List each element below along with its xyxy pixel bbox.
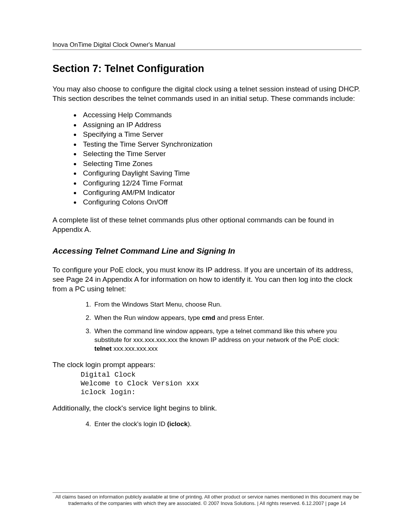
step: Enter the clock's login ID (iclock). <box>93 420 362 429</box>
list-item: Configuring Daylight Saving Time <box>81 168 362 178</box>
list-item: Testing the Time Server Synchronization <box>81 139 362 149</box>
list-item: Configuring 12/24 Time Format <box>81 178 362 188</box>
footer-line2: trademarks of the companies with which t… <box>68 500 346 506</box>
step: When the command line window appears, ty… <box>93 327 362 353</box>
subsection-heading: Accessing Telnet Command Line and Signin… <box>53 246 362 256</box>
prompt-intro: The clock login prompt appears: <box>53 360 362 370</box>
step-text: and press Enter. <box>215 314 264 321</box>
list-item: Configuring Colons On/Off <box>81 197 362 207</box>
after-bullets-paragraph: A complete list of these telnet commands… <box>53 216 362 234</box>
code-block: Digital Clock Welcome to Clock Version x… <box>81 371 362 397</box>
step-text: When the command line window appears, ty… <box>94 328 339 343</box>
list-item: Specifying a Time Server <box>81 129 362 139</box>
running-head: Inova OnTime Digital Clock Owner's Manua… <box>53 41 362 50</box>
after-code-paragraph: Additionally, the clock's service light … <box>53 404 362 413</box>
step-text: ). <box>188 420 191 428</box>
steps-list: From the Windows Start Menu, choose Run.… <box>53 300 362 353</box>
step: From the Windows Start Menu, choose Run. <box>93 300 362 309</box>
list-item: Assigning an IP Address <box>81 120 362 129</box>
step-bold: cmd <box>202 314 215 321</box>
step-bold: telnet <box>94 345 113 352</box>
footer-line1: All claims based on information publicly… <box>55 494 359 500</box>
step-text: When the Run window appears, type <box>94 314 202 321</box>
list-item: Configuring AM/PM Indicator <box>81 188 362 197</box>
list-item: Selecting Time Zones <box>81 159 362 168</box>
list-item: Accessing Help Commands <box>81 110 362 120</box>
page-content: Inova OnTime Digital Clock Owner's Manua… <box>0 0 411 429</box>
subsection-intro: To configure your PoE clock, you must kn… <box>53 265 362 294</box>
step-text: xxx.xxx.xxx.xxx <box>113 345 158 352</box>
step-bold: (iclock <box>167 420 188 428</box>
step-text: Enter the clock's login ID <box>94 420 167 428</box>
command-list: Accessing Help Commands Assigning an IP … <box>53 110 362 207</box>
step: When the Run window appears, type cmd an… <box>93 314 362 323</box>
list-item: Selecting the Time Server <box>81 149 362 158</box>
steps-list-continued: Enter the clock's login ID (iclock). <box>53 420 362 429</box>
page-footer: All claims based on information publicly… <box>53 492 362 507</box>
section-title: Section 7: Telnet Configuration <box>53 63 362 75</box>
intro-paragraph: You may also choose to configure the dig… <box>53 85 362 103</box>
